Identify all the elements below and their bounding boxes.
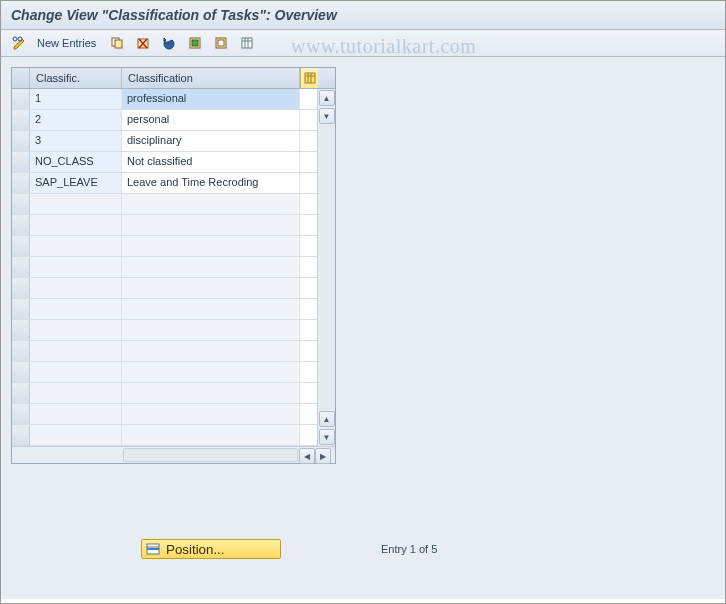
row-marker[interactable] bbox=[12, 362, 30, 382]
table-config-button[interactable] bbox=[300, 68, 318, 88]
row-marker[interactable] bbox=[12, 89, 30, 109]
table-row-empty[interactable] bbox=[12, 404, 317, 425]
cell-classification[interactable] bbox=[122, 194, 300, 214]
scroll-down-bottom-button[interactable]: ▼ bbox=[319, 429, 335, 445]
table-settings-button[interactable] bbox=[236, 33, 258, 53]
scroll-up-button[interactable]: ▲ bbox=[319, 90, 335, 106]
cell-classification[interactable] bbox=[122, 425, 300, 445]
copy-icon bbox=[110, 36, 124, 50]
row-marker[interactable] bbox=[12, 236, 30, 256]
copy-button[interactable] bbox=[106, 33, 128, 53]
row-marker[interactable] bbox=[12, 320, 30, 340]
cell-classification[interactable] bbox=[122, 341, 300, 361]
row-marker-header[interactable] bbox=[12, 68, 30, 88]
table-body: 1professional2personal3disciplinaryNO_CL… bbox=[12, 89, 335, 446]
cell-classification[interactable] bbox=[122, 278, 300, 298]
row-marker[interactable] bbox=[12, 110, 30, 130]
new-entries-button[interactable]: New Entries bbox=[37, 37, 96, 49]
cell-classific[interactable] bbox=[30, 341, 122, 361]
row-marker[interactable] bbox=[12, 404, 30, 424]
page-title: Change View "Classification of Tasks": O… bbox=[11, 7, 715, 23]
cell-classification[interactable] bbox=[122, 320, 300, 340]
cell-classification[interactable] bbox=[122, 257, 300, 277]
entry-status: Entry 1 of 5 bbox=[381, 543, 437, 555]
table-row-empty[interactable] bbox=[12, 278, 317, 299]
footer-row: Position... Entry 1 of 5 bbox=[141, 539, 437, 559]
cell-classific[interactable]: NO_CLASS bbox=[30, 152, 122, 172]
select-all-button[interactable] bbox=[184, 33, 206, 53]
table-row-empty[interactable] bbox=[12, 236, 317, 257]
position-button[interactable]: Position... bbox=[141, 539, 281, 559]
table-row-empty[interactable] bbox=[12, 425, 317, 446]
row-marker[interactable] bbox=[12, 425, 30, 445]
table-row-empty[interactable] bbox=[12, 383, 317, 404]
horizontal-scrollbar[interactable]: ◀ ▶ bbox=[12, 446, 335, 463]
table-row-empty[interactable] bbox=[12, 362, 317, 383]
cell-classification[interactable]: disciplinary bbox=[122, 131, 300, 151]
cell-classification[interactable]: Leave and Time Recroding bbox=[122, 173, 300, 193]
row-marker[interactable] bbox=[12, 278, 30, 298]
table-row-empty[interactable] bbox=[12, 320, 317, 341]
table-row-empty[interactable] bbox=[12, 257, 317, 278]
cell-classific[interactable]: 2 bbox=[30, 110, 122, 130]
svg-rect-11 bbox=[242, 38, 252, 48]
cell-classification[interactable]: professional bbox=[122, 89, 300, 109]
table-row[interactable]: SAP_LEAVELeave and Time Recroding bbox=[12, 173, 317, 194]
scroll-down-button[interactable]: ▼ bbox=[319, 108, 335, 124]
row-marker[interactable] bbox=[12, 383, 30, 403]
table-header-row: Classific. Classification bbox=[12, 68, 335, 89]
column-header-classification[interactable]: Classification bbox=[122, 68, 300, 88]
table-row-empty[interactable] bbox=[12, 215, 317, 236]
toggle-edit-button[interactable] bbox=[9, 33, 31, 53]
cell-classific[interactable] bbox=[30, 215, 122, 235]
cell-classific[interactable]: 1 bbox=[30, 89, 122, 109]
scroll-right-button[interactable]: ▶ bbox=[315, 448, 331, 464]
hscroll-track[interactable] bbox=[123, 448, 298, 462]
cell-classific[interactable] bbox=[30, 320, 122, 340]
row-marker[interactable] bbox=[12, 152, 30, 172]
row-marker[interactable] bbox=[12, 257, 30, 277]
cell-classification[interactable] bbox=[122, 404, 300, 424]
table-row-empty[interactable] bbox=[12, 299, 317, 320]
cell-classification[interactable] bbox=[122, 383, 300, 403]
cell-classification[interactable] bbox=[122, 299, 300, 319]
delete-button[interactable] bbox=[132, 33, 154, 53]
row-marker[interactable] bbox=[12, 341, 30, 361]
table-row[interactable]: 3disciplinary bbox=[12, 131, 317, 152]
position-button-label: Position... bbox=[166, 542, 225, 557]
row-marker[interactable] bbox=[12, 173, 30, 193]
column-header-classific[interactable]: Classific. bbox=[30, 68, 122, 88]
cell-classification[interactable]: Not classified bbox=[122, 152, 300, 172]
cell-classification[interactable] bbox=[122, 236, 300, 256]
scroll-track[interactable] bbox=[320, 125, 334, 410]
table-row-empty[interactable] bbox=[12, 341, 317, 362]
content-area: Classific. Classification 1professional2… bbox=[1, 57, 725, 599]
table-row-empty[interactable] bbox=[12, 194, 317, 215]
deselect-all-button[interactable] bbox=[210, 33, 232, 53]
table-row[interactable]: 2personal bbox=[12, 110, 317, 131]
row-marker[interactable] bbox=[12, 194, 30, 214]
cell-classific[interactable]: SAP_LEAVE bbox=[30, 173, 122, 193]
cell-classific[interactable] bbox=[30, 299, 122, 319]
undo-button[interactable] bbox=[158, 33, 180, 53]
cell-classific[interactable] bbox=[30, 383, 122, 403]
cell-classific[interactable] bbox=[30, 257, 122, 277]
cell-classific[interactable]: 3 bbox=[30, 131, 122, 151]
cell-classific[interactable] bbox=[30, 236, 122, 256]
cell-classific[interactable] bbox=[30, 278, 122, 298]
scroll-up-bottom-button[interactable]: ▲ bbox=[319, 411, 335, 427]
cell-classific[interactable] bbox=[30, 194, 122, 214]
row-marker[interactable] bbox=[12, 215, 30, 235]
row-marker[interactable] bbox=[12, 131, 30, 151]
table-row[interactable]: NO_CLASSNot classified bbox=[12, 152, 317, 173]
cell-classification[interactable]: personal bbox=[122, 110, 300, 130]
cell-classification[interactable] bbox=[122, 362, 300, 382]
cell-classific[interactable] bbox=[30, 362, 122, 382]
row-marker[interactable] bbox=[12, 299, 30, 319]
table-row[interactable]: 1professional bbox=[12, 89, 317, 110]
cell-classific[interactable] bbox=[30, 404, 122, 424]
vertical-scrollbar[interactable]: ▲ ▼ ▲ ▼ bbox=[317, 89, 335, 446]
scroll-left-button[interactable]: ◀ bbox=[299, 448, 315, 464]
cell-classific[interactable] bbox=[30, 425, 122, 445]
cell-classification[interactable] bbox=[122, 215, 300, 235]
